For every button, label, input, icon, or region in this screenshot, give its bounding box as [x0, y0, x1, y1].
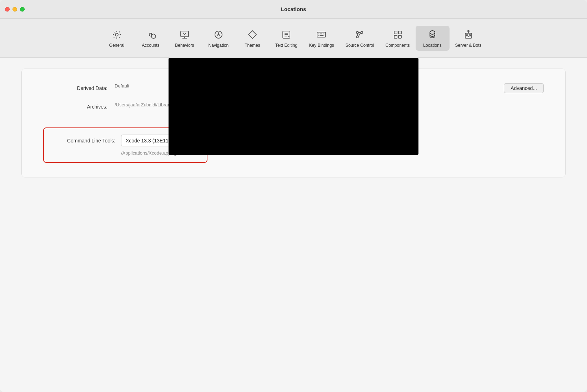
toolbar-item-themes[interactable]: Themes: [235, 26, 269, 51]
navigation-icon: [212, 29, 225, 41]
keyboard-icon: [315, 29, 327, 41]
window-title: Locations: [281, 6, 306, 12]
toolbar-item-locations[interactable]: Locations: [416, 26, 450, 51]
locations-icon: [426, 29, 438, 41]
toolbar-item-general[interactable]: General: [100, 26, 134, 51]
source-control-label: Source Control: [345, 43, 374, 48]
derived-data-label: Derived Data:: [43, 83, 107, 91]
close-button[interactable]: [5, 7, 10, 11]
svg-rect-25: [394, 31, 397, 34]
key-bindings-label: Key Bindings: [309, 43, 334, 48]
svg-point-22: [356, 31, 358, 34]
components-icon: [392, 29, 404, 41]
text-editing-label: Text Editing: [275, 43, 297, 48]
svg-rect-27: [394, 35, 397, 38]
toolbar-item-components[interactable]: Components: [380, 26, 416, 51]
toolbar: General Accounts: [0, 19, 587, 58]
svg-point-24: [361, 31, 363, 34]
main-window: Locations General Accounts: [0, 0, 587, 392]
svg-point-23: [356, 36, 358, 38]
text-edit-icon: [280, 29, 292, 41]
robot-icon: [462, 29, 475, 41]
gear-icon: [111, 29, 123, 41]
svg-point-32: [469, 35, 471, 36]
screen-overlay: [169, 58, 418, 155]
toolbar-item-text-editing[interactable]: Text Editing: [269, 26, 303, 51]
toolbar-item-navigation[interactable]: Navigation: [201, 26, 235, 51]
diamond-icon: [246, 29, 259, 41]
cmd-tools-label: Command Line Tools:: [51, 138, 115, 144]
at-icon: [145, 29, 157, 41]
server-bots-label: Server & Bots: [455, 43, 482, 48]
behaviors-label: Behaviors: [175, 43, 194, 48]
minimize-button[interactable]: [12, 7, 17, 11]
source-control-icon: [353, 29, 366, 41]
advanced-button[interactable]: Advanced...: [504, 83, 544, 93]
svg-rect-2: [181, 31, 189, 37]
svg-line-6: [185, 33, 186, 35]
title-bar: Locations: [0, 0, 587, 19]
svg-line-5: [183, 33, 185, 35]
maximize-button[interactable]: [20, 7, 25, 11]
toolbar-item-server-bots[interactable]: Server & Bots: [450, 26, 487, 51]
toolbar-item-behaviors[interactable]: Behaviors: [167, 26, 201, 51]
toolbar-item-key-bindings[interactable]: Key Bindings: [303, 26, 340, 51]
general-label: General: [109, 43, 125, 48]
svg-rect-14: [317, 32, 326, 37]
traffic-lights: [5, 7, 25, 11]
svg-rect-28: [398, 35, 401, 38]
svg-marker-8: [217, 32, 220, 36]
svg-point-29: [430, 31, 435, 34]
components-label: Components: [386, 43, 410, 48]
navigation-label: Navigation: [209, 43, 229, 48]
toolbar-item-source-control[interactable]: Source Control: [340, 26, 380, 51]
svg-point-31: [466, 35, 468, 36]
locations-label: Locations: [423, 43, 441, 48]
svg-marker-9: [249, 31, 256, 39]
archives-label: Archives:: [43, 102, 107, 110]
content-area: Advanced... Derived Data: Default Archiv…: [0, 58, 587, 392]
accounts-label: Accounts: [142, 43, 159, 48]
svg-point-0: [115, 33, 118, 36]
toolbar-item-accounts[interactable]: Accounts: [134, 26, 167, 51]
monitor-icon: [179, 29, 191, 41]
themes-label: Themes: [245, 43, 260, 48]
svg-rect-26: [398, 31, 401, 34]
